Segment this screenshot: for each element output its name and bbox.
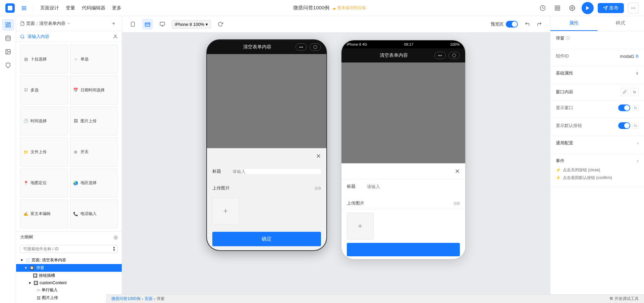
panel-events-header: 事件 › <box>556 158 639 164</box>
more-btn[interactable]: ··· <box>628 3 639 13</box>
mobile-device-btn[interactable] <box>127 19 138 30</box>
panel-general-expand[interactable]: › <box>637 141 639 145</box>
editor-phone-qr-pill[interactable] <box>310 43 321 51</box>
clock-icon-btn[interactable] <box>537 3 548 13</box>
nav-variables[interactable]: 变量 <box>66 5 75 11</box>
preview-form-input[interactable] <box>367 184 460 189</box>
preview-phone-menu-pill[interactable]: ••• <box>434 52 446 59</box>
preview-phone-frame: iPhone 8 4G 09:17 100% 清空表单内容 ••• <box>340 39 466 260</box>
tab-properties[interactable]: 属性 <box>550 16 597 31</box>
nav-code-editor[interactable]: 代码编辑器 <box>82 5 105 11</box>
side-pages-icon[interactable] <box>2 19 14 31</box>
component-radio[interactable]: ○ 单选 <box>70 45 118 74</box>
panel-basic-expand[interactable]: ∨ <box>636 71 639 76</box>
dropdown-icon: ▤ <box>23 56 29 62</box>
component-grid: ▤ 卜拉选择 ○ 单选 ☑ 多选 📅 日期时间选择 🕐 时间选择 🖼 图片上传 <box>16 42 122 231</box>
preview-modal-close-btn[interactable]: ✕ <box>455 168 460 175</box>
event-close-icon: ⚡ <box>556 168 561 172</box>
component-checkbox[interactable]: ☑ 多选 <box>20 76 68 104</box>
component-file-upload[interactable]: 📁 文件上传 <box>20 137 68 166</box>
btn-slot-icon: 🔲 <box>33 273 38 278</box>
show-default-btn-toggle[interactable] <box>618 122 630 129</box>
component-datetime-label: 日期时间选择 <box>80 87 105 93</box>
device-selector-label: iPhone 8 100% <box>175 22 204 27</box>
device-selector[interactable]: iPhone 8 100% ▾ <box>172 20 211 29</box>
show-window-fx-btn[interactable]: fx <box>632 105 639 111</box>
undo-btn[interactable] <box>522 19 533 30</box>
svg-point-5 <box>572 7 573 9</box>
tree-toggle-page: ▼ <box>20 258 23 262</box>
panel-info-icon[interactable]: ⓘ <box>566 36 570 41</box>
tree-item-page[interactable]: ▼ 📄 页面: 清空表单内容 <box>16 256 122 264</box>
layout-icon-btn[interactable] <box>552 3 563 13</box>
checkbox-icon: ☑ <box>23 87 29 93</box>
breadcrumb-page[interactable]: 页面 <box>145 296 153 302</box>
panel-events-expand[interactable]: › <box>637 159 639 163</box>
editor-form-input[interactable] <box>232 169 321 174</box>
preview-confirm-btn-partial[interactable] <box>347 243 460 256</box>
outline-search-input[interactable] <box>20 245 111 253</box>
copy-id-btn[interactable]: ⧉ <box>636 54 639 58</box>
component-phone-input[interactable]: 📞 电话输入 <box>70 200 118 228</box>
side-media-icon[interactable] <box>2 46 14 58</box>
save-status: ☁ 暂未保存到云端 <box>332 5 366 11</box>
side-shield-icon[interactable] <box>2 59 14 71</box>
add-page-btn[interactable]: + <box>110 19 118 28</box>
outline-expand-btn[interactable]: ◎ <box>114 234 118 240</box>
preview-phone-qr-pill[interactable] <box>448 52 460 59</box>
breadcrumb-sep2: › <box>154 297 155 301</box>
component-dropdown[interactable]: ▤ 卜拉选择 <box>20 45 68 74</box>
editor-phone-menu-pill[interactable]: ••• <box>296 43 307 51</box>
editor-confirm-btn[interactable]: 确定 <box>212 232 321 246</box>
window-content-link-icon[interactable] <box>621 88 629 96</box>
preview-modal-header: ✕ <box>341 164 465 179</box>
refresh-btn[interactable] <box>215 19 226 30</box>
editor-phone-actions: ••• <box>296 43 321 51</box>
desktop-device-btn[interactable] <box>157 19 168 30</box>
panel-show-window-section: 显示窗口 fx <box>550 100 644 118</box>
svg-rect-8 <box>6 23 7 25</box>
component-region[interactable]: 🌏 地区选择 <box>70 169 118 198</box>
editor-modal-close-btn[interactable]: ✕ <box>316 153 321 160</box>
responsive-device-btn[interactable] <box>142 19 153 30</box>
tree-item-popup[interactable]: ▼ 🔲 弹窗 <box>16 264 122 272</box>
event-close-label: 点击关闭按钮 (close) <box>563 167 600 173</box>
outline-sort-btns[interactable]: ▲ ▼ <box>111 246 117 252</box>
publish-label: 发布 <box>609 5 619 11</box>
page-file-icon: 📄 <box>25 258 30 262</box>
project-title: 微搭问答1000例 <box>293 5 329 11</box>
run-btn[interactable] <box>582 2 594 14</box>
component-datetime[interactable]: 📅 日期时间选择 <box>70 76 118 104</box>
component-location[interactable]: 📍 地图定位 <box>20 169 68 198</box>
phone-input-icon: 📞 <box>73 211 78 217</box>
breadcrumb-project[interactable]: 微搭问答1000例 <box>122 296 141 302</box>
datetime-icon: 📅 <box>73 87 78 93</box>
preview-toggle-switch[interactable] <box>506 21 518 28</box>
component-image-upload[interactable]: 🖼 图片上传 <box>70 106 118 135</box>
publish-button[interactable]: 发布 <box>598 3 624 13</box>
editor-upload-count: 0/9 <box>315 186 321 191</box>
tree-label-page: 页面: 清空表单内容 <box>32 257 66 263</box>
search-input[interactable] <box>28 34 110 39</box>
nav-page-design[interactable]: 页面设计 <box>40 5 59 11</box>
sidebar-header: 页面：清空表单内容 + <box>16 16 122 31</box>
more-dots-icon: ··· <box>631 5 635 11</box>
window-content-fx-icon[interactable]: fx <box>631 88 639 96</box>
preview-label: 预览区 <box>491 21 504 27</box>
nav-more[interactable]: 更多 <box>112 5 121 11</box>
tree-item-button-slot[interactable]: ▶ 🔲 按钮插槽 <box>16 272 122 279</box>
tree-item-single-input[interactable]: ▶ ▭ 单行输入 <box>16 286 122 294</box>
preview-upload-area[interactable]: + <box>347 213 374 240</box>
tree-item-custom-content[interactable]: ▼ 🔲 customContent <box>16 279 122 286</box>
side-data-icon[interactable] <box>2 32 14 44</box>
settings-icon-btn[interactable] <box>567 3 578 13</box>
component-time[interactable]: 🕐 时间选择 <box>20 106 68 135</box>
tab-style[interactable]: 样式 <box>597 16 644 31</box>
redo-btn[interactable] <box>534 19 545 30</box>
show-window-toggle[interactable] <box>618 104 630 111</box>
component-switch[interactable]: ⚙ 开关 <box>70 137 118 166</box>
grid-icon[interactable]: ⊞ <box>21 4 26 12</box>
component-rich-text[interactable]: ✍ 富文本编辑 <box>20 200 68 228</box>
show-default-btn-fx-btn[interactable]: fx <box>632 123 639 129</box>
editor-upload-area[interactable]: + <box>212 198 239 224</box>
